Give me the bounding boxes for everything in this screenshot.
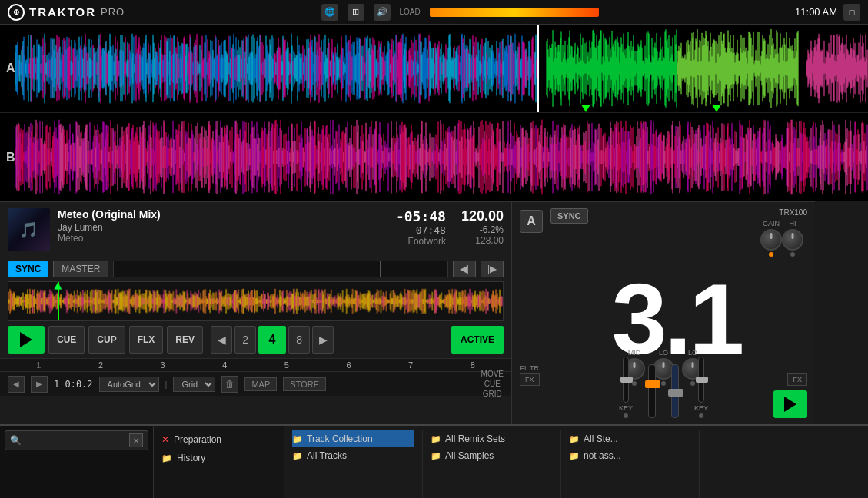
deck-a-label: A [6,61,15,75]
lo-label: LO [659,349,668,357]
loop-active-size[interactable]: 4 [258,326,286,354]
top-bar-left: ⊕ TRAKTOR PRO [8,4,125,21]
waveform-a[interactable]: A [0,25,868,113]
loop-size-8[interactable]: 8 [288,326,310,354]
waveforms-container: A B [0,25,868,201]
loop-back-button[interactable]: ◀ [211,326,232,354]
hi-label: HI [790,220,796,227]
top-bar-right: 11:00 AM □ [795,4,860,21]
time-elapsed: 07:48 [396,224,446,236]
app-subtitle: PRO [101,6,125,18]
hi-knob-group: HI [782,220,803,257]
preparation-label: Preparation [174,434,221,445]
clear-search-button[interactable]: ✕ [129,433,143,447]
mini-waveform[interactable] [8,281,504,321]
notass-label: not ass... [584,450,621,461]
waveform-b[interactable]: B [0,113,868,201]
samples-label: All Samples [445,450,494,461]
delete-button[interactable]: 🗑 [221,376,238,393]
master-button[interactable]: MASTER [53,261,108,277]
active-button[interactable]: ACTIVE [451,326,504,354]
gain-knob-dot [770,233,773,239]
globe-icon[interactable]: 🌐 [321,4,338,21]
position-bar: ◀ ▶ 1 0:0.2 AutoGrid | Grid 🗑 MAP STORE … [0,371,511,396]
beat-6: 6 [318,360,380,370]
autogrid-select[interactable]: AutoGrid [99,377,159,392]
all-samples-item[interactable]: 📁 All Samples [431,447,553,464]
deck-b-label: B [6,151,15,164]
beat-3: 3 [131,360,194,370]
fader-track-left[interactable] [623,357,629,403]
pos-prev-button[interactable]: ◀ [8,376,25,393]
browser-collection-area: ✕ Preparation 📁 History 📁 Track Collecti… [154,426,868,498]
track-artist: Jay Lumen [58,222,388,233]
position-display: 1 0:0.2 [54,379,93,390]
deck-panels: 🎵 Meteo (Original Mix) Jay Lumen Meteo -… [0,201,868,424]
collection-label: Track Collection [307,433,373,444]
cup-button[interactable]: CUP [88,326,125,354]
browser-columns: 📁 Track Collection 📁 All Tracks 📁 All Re… [284,426,868,498]
browser-col-main: 📁 Track Collection 📁 All Tracks [284,430,423,498]
all-tracks-icon: 📁 [292,451,303,461]
browser-item-history[interactable]: 📁 History [154,449,284,467]
flx-button[interactable]: FLX [129,326,164,354]
grid-select[interactable]: Grid [173,377,215,392]
browser-item-preparation[interactable]: ✕ Preparation [154,430,284,449]
search-input[interactable] [25,435,126,446]
preparation-icon: ✕ [161,434,169,445]
time-remaining: -05:48 [396,208,446,224]
all-ste-item[interactable]: 📁 All Ste... [569,430,691,447]
track-collection-item[interactable]: 📁 Track Collection [292,430,414,447]
play-button[interactable] [8,326,45,354]
cue-button[interactable]: CUE [48,326,85,354]
ste-icon: 📁 [569,434,580,444]
all-remix-sets-item[interactable]: 📁 All Remix Sets [431,430,553,447]
all-tracks-label: All Tracks [307,450,347,461]
power-icon[interactable]: □ [843,4,860,21]
remix-label: All Remix Sets [445,433,505,444]
notass-icon: 📁 [569,451,580,461]
waveform-a-canvas [0,25,868,112]
gain-fader[interactable] [648,364,656,418]
beat-2: 2 [70,360,132,370]
rev-button[interactable]: REV [167,326,203,354]
gain-label: GAIN [763,220,780,227]
store-button[interactable]: STORE [283,377,326,391]
grid-view-icon[interactable]: ⊞ [348,4,364,21]
gain-knob[interactable] [760,229,782,251]
history-icon: 📁 [161,453,172,463]
bpm-main: 120.00 [461,208,504,224]
right-play-area [773,390,807,418]
fader-track-right[interactable] [698,357,704,403]
right-sync-button[interactable]: SYNC [550,208,588,224]
sync-button[interactable]: SYNC [8,261,48,277]
fader-left: KEY [619,357,633,418]
faders-area: KEY KEY [520,357,807,418]
remix-icon: 📁 [431,434,441,444]
sync-bar: SYNC MASTER ◀| |▶ [0,257,511,281]
fader-right: KEY [694,357,708,418]
all-tracks-item[interactable]: 📁 All Tracks [292,447,414,464]
right-play-button[interactable] [773,390,807,418]
logo-icon: ⊕ [8,4,25,21]
browser-sidebar: ✕ Preparation 📁 History [154,426,284,498]
channel-fader[interactable] [671,364,679,418]
loop-size-2[interactable]: 2 [234,326,256,354]
hi-knob[interactable] [782,229,803,251]
not-ass-item[interactable]: 📁 not ass... [569,447,691,464]
lo2-label: LO [688,349,697,357]
samples-icon: 📁 [431,451,441,461]
load-label: LOAD [400,8,421,16]
app-name: TRAKTOR [29,5,96,18]
key-dot-left [624,413,628,418]
clock: 11:00 AM [795,6,837,18]
waveform-b-canvas [0,113,868,201]
pos-next-button[interactable]: ▶ [31,376,48,393]
map-button[interactable]: MAP [244,377,277,391]
speaker-icon[interactable]: 🔊 [374,4,391,21]
skip-forward-button[interactable]: |▶ [481,261,504,277]
right-sync-area: SYNC [550,208,588,224]
skip-back-button[interactable]: ◀| [453,261,476,277]
loop-forward-button[interactable]: ▶ [312,326,334,354]
loop-controls: ◀ 2 4 8 ▶ [211,326,334,354]
